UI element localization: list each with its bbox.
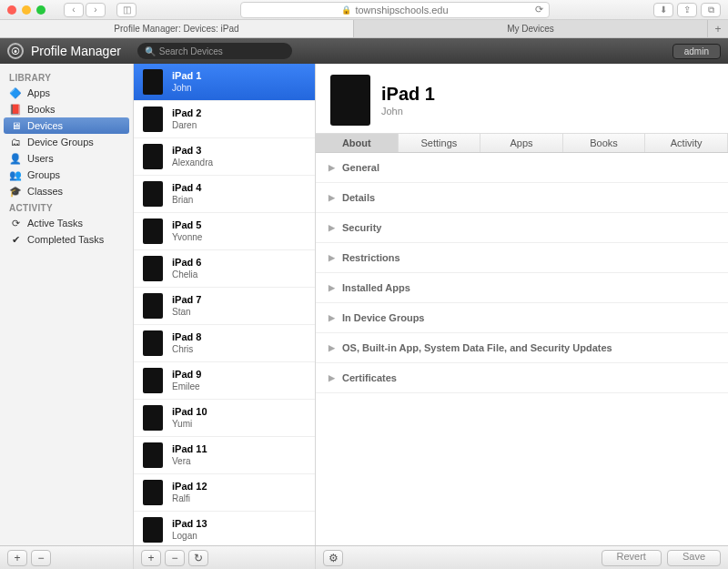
detail-section-row[interactable]: ▶OS, Built-in App, System Data File, and… [316, 333, 728, 363]
sidebar-item-devices[interactable]: 🖥Devices [4, 117, 129, 134]
device-list-item[interactable]: iPad 1John [134, 64, 315, 101]
revert-button[interactable]: Revert [602, 550, 662, 566]
disclosure-triangle-icon: ▶ [329, 193, 335, 202]
share-button[interactable]: ⇪ [677, 3, 697, 17]
device-list-item[interactable]: iPad 13Logan [134, 512, 315, 545]
sidebar-item-books[interactable]: 📕Books [0, 101, 133, 117]
device-list-item[interactable]: iPad 3Alexandra [134, 138, 315, 176]
device-list-item[interactable]: iPad 4Brian [134, 176, 315, 213]
device-icon [143, 144, 163, 169]
sidebar-item-icon: ⟳ [9, 218, 22, 229]
sidebar-item-icon: 👥 [9, 169, 22, 180]
detail-section-row[interactable]: ▶Restrictions [316, 243, 728, 273]
sidebar-remove-button[interactable]: − [31, 550, 51, 566]
section-title: In Device Groups [342, 312, 424, 323]
device-add-button[interactable]: + [141, 550, 161, 566]
device-list: iPad 1JohniPad 2DareniPad 3AlexandraiPad… [134, 64, 316, 545]
zoom-window-button[interactable] [36, 5, 46, 15]
user-menu-button[interactable]: admin [672, 44, 721, 59]
device-icon [143, 107, 163, 132]
detail-section-row[interactable]: ▶Security [316, 213, 728, 243]
sidebar-item-icon: ✔ [9, 234, 22, 245]
device-owner: Chelia [172, 269, 197, 279]
device-icon [143, 256, 163, 281]
forward-button[interactable]: › [86, 3, 106, 17]
tabs-button[interactable]: ⧉ [701, 3, 721, 17]
search-placeholder: Search Devices [159, 46, 223, 56]
sidebar-item-icon: 🖥 [9, 120, 22, 131]
device-refresh-button[interactable]: ↻ [188, 550, 208, 566]
sidebar-item-active-tasks[interactable]: ⟳Active Tasks [0, 215, 133, 231]
sidebar-item-icon: 🗂 [9, 137, 22, 147]
browser-tab[interactable]: Profile Manager: Devices: iPad [0, 20, 354, 37]
device-list-item[interactable]: iPad 8Chris [134, 325, 315, 362]
sidebar-item-label: Apps [27, 87, 50, 98]
detail-section-row[interactable]: ▶In Device Groups [316, 303, 728, 333]
device-icon [143, 181, 163, 207]
action-gear-button[interactable]: ⚙ [323, 550, 343, 566]
device-icon [143, 480, 163, 505]
minimize-window-button[interactable] [22, 5, 31, 15]
search-input[interactable]: 🔍 Search Devices [137, 43, 292, 59]
device-owner: Stan [172, 307, 191, 317]
new-tab-button[interactable]: + [708, 20, 728, 37]
browser-tab[interactable]: My Devices [354, 20, 708, 37]
sidebar-item-users[interactable]: 👤Users [0, 150, 133, 167]
reload-icon[interactable]: ⟳ [535, 4, 543, 15]
device-list-item[interactable]: iPad 9Emilee [134, 362, 315, 400]
detail-section-row[interactable]: ▶General [316, 153, 728, 183]
detail-tab-apps[interactable]: Apps [480, 134, 563, 152]
sidebar-item-device-groups[interactable]: 🗂Device Groups [0, 134, 133, 150]
save-button[interactable]: Save [667, 550, 721, 566]
device-list-item[interactable]: iPad 10Yumi [134, 400, 315, 437]
device-list-item[interactable]: iPad 5Yvonne [134, 213, 315, 250]
device-owner: Daren [172, 120, 197, 130]
detail-sections: ▶General▶Details▶Security▶Restrictions▶I… [316, 153, 728, 545]
device-name: iPad 3 [172, 145, 213, 156]
close-window-button[interactable] [7, 5, 16, 15]
device-name: iPad 5 [172, 219, 202, 230]
sidebar-item-icon: 👤 [9, 153, 22, 164]
device-list-item[interactable]: iPad 7Stan [134, 288, 315, 325]
detail-section-row[interactable]: ▶Certificates [316, 363, 728, 393]
device-name: iPad 9 [172, 369, 201, 380]
disclosure-triangle-icon: ▶ [329, 283, 335, 292]
device-owner: Chris [172, 344, 193, 354]
sidebar-item-icon: 🎓 [9, 186, 22, 197]
sidebar-toggle-button[interactable]: ◫ [116, 3, 136, 17]
search-icon: 🔍 [145, 46, 156, 56]
device-icon [143, 218, 163, 244]
device-remove-button[interactable]: − [165, 550, 185, 566]
detail-owner: John [381, 106, 403, 117]
detail-tab-settings[interactable]: Settings [399, 134, 481, 152]
sidebar-item-apps[interactable]: 🔷Apps [0, 85, 133, 101]
back-button[interactable]: ‹ [64, 3, 84, 17]
device-icon [143, 293, 163, 319]
device-list-item[interactable]: iPad 12Ralfi [134, 474, 315, 512]
device-name: iPad 7 [172, 294, 201, 305]
address-bar[interactable]: 🔒 townshipschools.edu ⟳ [240, 2, 550, 18]
detail-section-row[interactable]: ▶Installed Apps [316, 273, 728, 303]
device-list-item[interactable]: iPad 6Chelia [134, 250, 315, 288]
sidebar-item-icon: 🔷 [9, 87, 22, 98]
device-owner: Logan [172, 531, 197, 541]
device-list-item[interactable]: iPad 2Daren [134, 101, 315, 138]
sidebar-item-classes[interactable]: 🎓Classes [0, 183, 133, 199]
disclosure-triangle-icon: ▶ [329, 253, 335, 262]
lock-icon: 🔒 [341, 5, 351, 15]
sidebar-item-completed-tasks[interactable]: ✔Completed Tasks [0, 231, 133, 248]
downloads-button[interactable]: ⬇ [653, 3, 673, 17]
disclosure-triangle-icon: ▶ [329, 373, 335, 382]
device-list-item[interactable]: iPad 11Vera [134, 437, 315, 474]
detail-tab-books[interactable]: Books [563, 134, 646, 152]
disclosure-triangle-icon: ▶ [329, 223, 335, 232]
detail-tab-activity[interactable]: Activity [645, 134, 728, 152]
section-title: Restrictions [342, 252, 400, 263]
device-icon [143, 368, 163, 393]
sidebar-item-groups[interactable]: 👥Groups [0, 167, 133, 183]
sidebar-add-button[interactable]: + [7, 550, 27, 566]
device-name: iPad 12 [172, 481, 207, 492]
window-titlebar: ‹ › ◫ 🔒 townshipschools.edu ⟳ ⬇ ⇪ ⧉ [0, 0, 728, 20]
detail-section-row[interactable]: ▶Details [316, 183, 728, 213]
detail-tab-about[interactable]: About [316, 134, 399, 152]
